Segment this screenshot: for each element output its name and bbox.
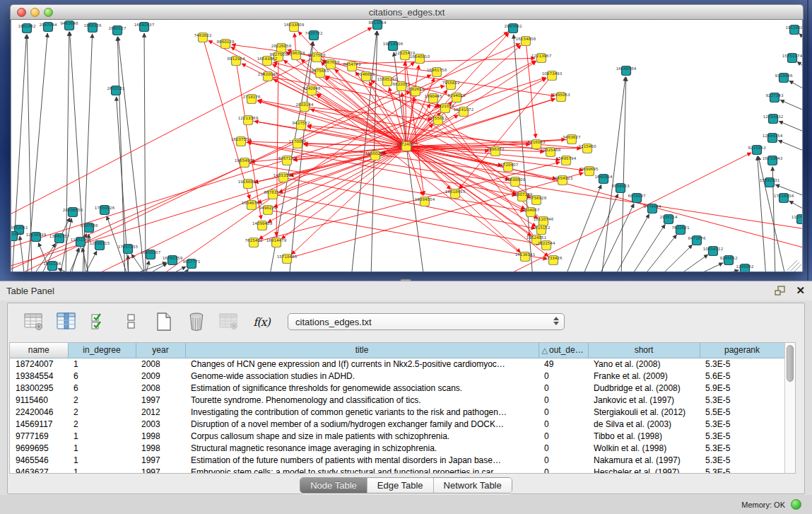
table-cell[interactable]: 9777169 [10,430,68,442]
table-cell[interactable]: de Silva et al. (2003) [588,418,700,430]
select-mode-icon[interactable] [88,311,110,332]
table-cell[interactable]: Stergiakouli et al. (2012) [588,406,700,418]
table-row[interactable]: 1872400712008Changes of HCN gene express… [10,358,784,370]
table-row[interactable]: 1456911722003Disruption of a novel membe… [10,418,784,430]
tab-edge-table[interactable]: Edge Table [367,478,434,493]
table-cell[interactable]: 1 [68,442,136,454]
table-cell[interactable]: Nakamura et al. (1997) [588,454,700,466]
table-cell[interactable]: 6 [68,370,136,382]
table-cell[interactable]: 19384554 [10,370,68,382]
table-cell[interactable]: 1998 [136,442,185,454]
table-cell[interactable]: Investigating the contribution of common… [185,406,539,418]
table-cell[interactable]: 5.6E-5 [700,370,784,382]
table-row[interactable]: 946362711997Embryonic stem cells: a mode… [10,466,784,473]
zoom-button[interactable] [44,8,53,17]
table-cell[interactable]: Franke et al. (2009) [588,370,700,382]
table-cell[interactable]: 5.3E-5 [700,358,784,370]
table-cell[interactable]: Tourette syndrome. Phenomenology and cla… [185,394,539,406]
table-cell[interactable]: 1997 [136,466,185,473]
table-cell[interactable]: 18300295 [10,382,68,394]
table-row[interactable]: 2242004622012Investigating the contribut… [10,406,784,418]
network-canvas[interactable]: 1872400718300295193845547463822886012889… [11,20,803,271]
table-cell[interactable]: 2008 [136,358,185,370]
network-graph[interactable]: 1872400718300295193845547463822886012889… [11,20,803,271]
table-cell[interactable]: Disruption of a novel member of a sodium… [185,418,539,430]
table-scrollbar-thumb[interactable] [787,345,794,382]
column-header-outde[interactable]: △out_de… [539,343,588,358]
table-cell[interactable]: 5.3E-5 [700,466,784,473]
table-cell[interactable]: Corpus callosum shape and size in male p… [185,430,539,442]
table-cell[interactable]: 2 [68,394,136,406]
table-row[interactable]: 946554611997Estimation of the future num… [10,454,784,466]
table-scrollbar[interactable] [784,343,795,473]
table-row[interactable]: 1938455462009Genome-wide association stu… [10,370,784,382]
table-cell[interactable]: Estimation of the future numbers of pati… [185,454,539,466]
tab-node-table[interactable]: Node Table [300,478,367,493]
table-cell[interactable]: 5.3E-5 [700,442,784,454]
row-height-icon[interactable] [121,311,142,332]
tab-network-table[interactable]: Network Table [434,478,512,493]
table-cell[interactable]: 1 [68,430,136,442]
table-cell[interactable]: Genome-wide association studies in ADHD. [185,370,539,382]
table-cell[interactable]: Structural magnetic resonance image aver… [185,442,539,454]
table-cell[interactable]: 0 [539,430,588,442]
table-row[interactable]: 1830029562008Estimation of significance … [10,382,784,394]
float-window-icon[interactable] [775,286,786,296]
table-cell[interactable]: 1 [68,454,136,466]
table-cell[interactable]: 6 [68,382,136,394]
table-settings-icon[interactable] [23,311,45,332]
close-button[interactable] [17,8,26,17]
function-builder-icon[interactable]: f(x) [251,311,272,332]
table-cell[interactable]: 0 [539,394,588,406]
table-cell[interactable]: Embryonic stem cells: a model to study s… [185,466,539,473]
create-table-icon[interactable] [153,311,175,332]
minimize-button[interactable] [30,8,40,17]
table-cell[interactable]: 5.3E-5 [700,430,784,442]
table-cell[interactable]: 49 [539,358,588,370]
table-cell[interactable]: 2003 [136,418,185,430]
table-cell[interactable]: 5.3E-5 [700,454,784,466]
table-cell[interactable]: 18724007 [10,358,68,370]
table-cell[interactable]: 1 [68,358,136,370]
column-header-pagerank[interactable]: pagerank [700,343,784,358]
network-window-titlebar[interactable]: citations_edges.txt [10,4,804,20]
close-panel-icon[interactable]: ✕ [796,284,805,297]
table-cell[interactable]: Estimation of significance thresholds fo… [185,382,539,394]
table-cell[interactable]: 1997 [136,454,185,466]
column-header-short[interactable]: short [588,343,700,358]
table-row[interactable]: 969969511998Structural magnetic resonanc… [10,442,784,454]
table-cell[interactable]: Hescheler et al. (1997) [588,466,700,473]
table-cell[interactable]: 1 [68,466,136,473]
table-cell[interactable]: Wolkin et al. (1998) [588,442,700,454]
column-header-title[interactable]: title [185,343,539,358]
table-cell[interactable]: 0 [539,454,588,466]
table-cell[interactable]: 1998 [136,430,185,442]
table-cell[interactable]: 9463627 [10,466,68,473]
table-row[interactable]: 911546021997Tourette syndrome. Phenomeno… [10,394,784,406]
table-cell[interactable]: Changes of HCN gene expression and I(f) … [185,358,539,370]
table-cell[interactable]: 5.3E-5 [700,418,784,430]
table-cell[interactable]: 1997 [136,394,185,406]
table-cell[interactable]: 2 [68,406,136,418]
table-cell[interactable]: 2 [68,418,136,430]
show-column-icon[interactable] [56,311,77,332]
table-cell[interactable]: 14569117 [10,418,68,430]
table-cell[interactable]: 9115460 [10,394,68,406]
table-cell[interactable]: Dudbridge et al. (2008) [588,382,700,394]
table-cell[interactable]: 5.5E-5 [700,406,784,418]
table-cell[interactable]: Jankovic et al. (1997) [588,394,700,406]
table-cell[interactable]: 0 [539,370,588,382]
table-cell[interactable]: 5.3E-5 [700,394,784,406]
table-cell[interactable]: 0 [539,418,588,430]
table-cell[interactable]: Yano et al. (2008) [588,358,700,370]
table-cell[interactable]: 0 [539,406,588,418]
table-cell[interactable]: 0 [539,382,588,394]
column-header-year[interactable]: year [136,343,185,358]
delete-entries-icon[interactable] [186,311,207,332]
table-cell[interactable]: 9465546 [10,454,68,466]
table-select-dropdown[interactable]: citations_edges.txt [288,313,565,330]
table-cell[interactable]: 2009 [136,370,185,382]
table-cell[interactable]: Tibbo et al. (1998) [588,430,700,442]
column-header-name[interactable]: name [10,343,68,358]
table-cell[interactable]: 22420046 [10,406,68,418]
